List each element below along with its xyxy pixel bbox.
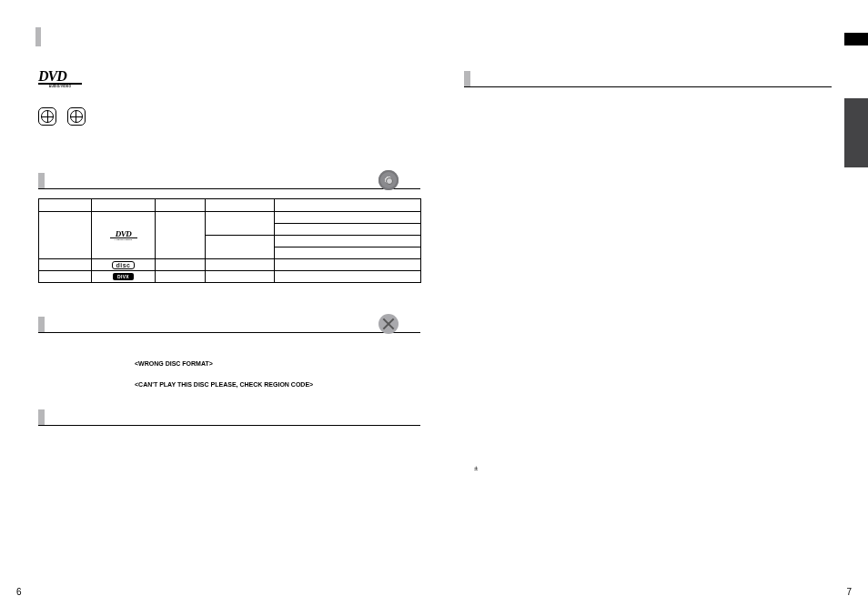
heading-bar-icon	[38, 317, 45, 332]
table-cell	[275, 212, 421, 224]
table-cell	[275, 259, 421, 271]
table-cell	[275, 271, 421, 283]
dvd-logo-small: DVD AUDIO/VIDEO	[92, 212, 156, 259]
cd-logo-small: disc	[92, 259, 156, 271]
table-header	[39, 199, 92, 212]
divx-logo-small: DIVX	[92, 271, 156, 283]
table-cell	[206, 236, 275, 259]
region-code-icons	[38, 107, 95, 126]
table-cell	[275, 236, 421, 247]
table-header	[275, 199, 421, 212]
divx-logo-text: DIVX	[113, 273, 134, 280]
error-wrong-format: <WRONG DISC FORMAT>	[135, 355, 313, 373]
table-cell	[39, 271, 92, 283]
cd-logo-text: disc	[112, 261, 134, 269]
table-cell	[39, 212, 92, 259]
disc-playable-icon	[378, 170, 399, 190]
table-cell	[206, 212, 275, 236]
dvd-logo: DVD AUDIO/VIDEO	[38, 71, 82, 88]
dvd-logo-subtext: AUDIO/VIDEO	[38, 85, 82, 88]
globe-icon	[38, 107, 56, 126]
page-corner-marker	[844, 33, 868, 45]
heading-rule	[464, 86, 832, 87]
plus-minus-symbol: ±	[474, 464, 478, 472]
table-header	[156, 199, 206, 212]
heading-bar-icon	[38, 409, 45, 425]
dvd-logo-text: DVD	[38, 71, 82, 82]
table-cell	[206, 271, 275, 283]
table-cell	[156, 271, 206, 283]
table-cell	[275, 224, 421, 236]
page-title-bar	[35, 27, 41, 46]
heading-rule	[38, 188, 420, 189]
table-cell	[156, 212, 206, 259]
page-number-left: 6	[16, 587, 22, 597]
page-number-right: 7	[846, 587, 852, 597]
table-cell	[39, 259, 92, 271]
heading-rule	[38, 425, 420, 426]
table-cell	[206, 259, 275, 271]
globe-icon	[67, 107, 86, 126]
table-cell	[156, 259, 206, 271]
manual-spread: DVD AUDIO/VIDEO DVD AUDIO/VIDEO	[0, 0, 868, 606]
format-table: DVD AUDIO/VIDEO disc DIVX	[38, 198, 421, 283]
disc-nonplayable-icon	[378, 314, 399, 334]
error-messages: <WRONG DISC FORMAT> <CAN'T PLAY THIS DIS…	[135, 355, 313, 397]
table-header	[92, 199, 156, 212]
heading-rule	[38, 332, 420, 333]
table-header	[206, 199, 275, 212]
heading-bar-icon	[464, 71, 470, 86]
dvd-logo-subtext: AUDIO/VIDEO	[94, 238, 153, 241]
table-cell	[275, 247, 421, 259]
section-tab	[844, 98, 868, 167]
heading-bar-icon	[38, 173, 45, 188]
error-region-code: <CAN'T PLAY THIS DISC PLEASE, CHECK REGI…	[135, 376, 313, 394]
dvd-logo-text: DVD	[94, 230, 153, 237]
